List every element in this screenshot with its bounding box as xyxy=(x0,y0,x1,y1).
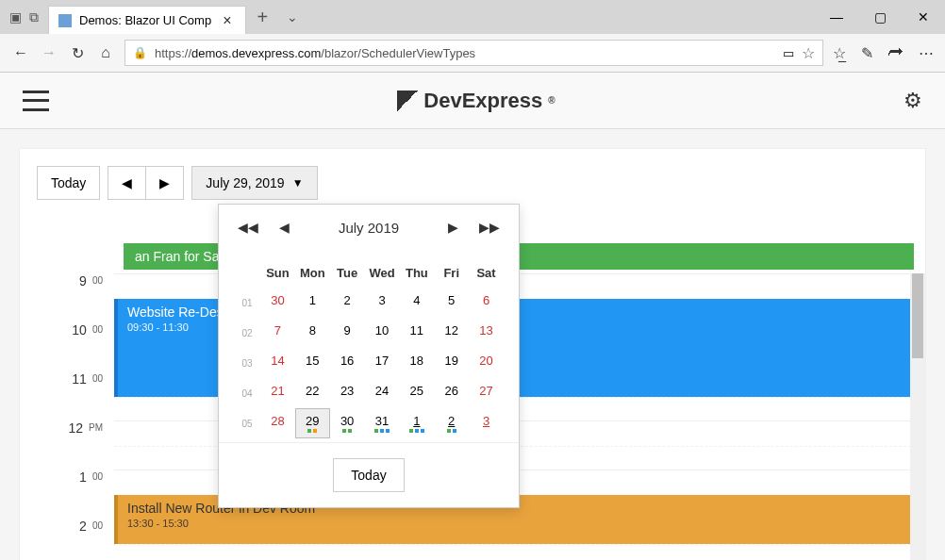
week-number: 05 xyxy=(234,419,260,429)
time-label: 1100 xyxy=(20,371,114,420)
chevron-down-icon: ▼ xyxy=(292,176,304,189)
calendar-day[interactable]: 18 xyxy=(399,348,434,378)
tabs-chevron-icon[interactable]: ⌄ xyxy=(279,9,306,25)
calendar-day[interactable]: 10 xyxy=(365,318,400,348)
hamburger-menu-button[interactable] xyxy=(23,91,49,111)
calendar-day[interactable]: 17 xyxy=(365,348,400,378)
calendar-day[interactable]: 2 xyxy=(434,408,469,438)
calendar-day[interactable]: 24 xyxy=(365,378,400,408)
close-tab-icon[interactable]: × xyxy=(219,12,235,29)
devexpress-logo-icon xyxy=(397,91,418,111)
app-header: DevExpress® ⚙ xyxy=(0,73,945,129)
weekday-header: Fri xyxy=(434,257,469,288)
calendar-day[interactable]: 8 xyxy=(295,318,330,348)
browser-tab[interactable]: Demos: Blazor UI Comp × xyxy=(48,6,246,34)
today-button[interactable]: Today xyxy=(37,166,100,200)
calendar-day[interactable]: 1 xyxy=(295,288,330,318)
calendar-grid: SunMonTueWedThuFriSat0130123456027891011… xyxy=(219,250,519,442)
calendar-day[interactable]: 28 xyxy=(260,408,295,438)
close-window-button[interactable]: ✕ xyxy=(902,0,945,34)
time-label: 200 xyxy=(20,519,114,560)
calendar-day[interactable]: 11 xyxy=(399,318,434,348)
next-button[interactable]: ▶ xyxy=(145,166,184,200)
calendar-day[interactable]: 9 xyxy=(330,318,365,348)
new-tab-button[interactable]: + xyxy=(246,7,280,28)
back-button[interactable]: ← xyxy=(11,44,30,61)
tab-stack-icon[interactable]: ▣ xyxy=(9,9,22,25)
scrollbar[interactable] xyxy=(910,273,925,560)
calendar-title[interactable]: July 2019 xyxy=(339,220,399,236)
calendar-day[interactable]: 6 xyxy=(469,288,504,318)
week-number: 01 xyxy=(234,298,260,308)
calendar-day[interactable]: 12 xyxy=(434,318,469,348)
calendar-day[interactable]: 27 xyxy=(469,378,504,408)
cal-prev-month-button[interactable]: ◀ xyxy=(275,216,293,239)
calendar-day[interactable]: 21 xyxy=(260,378,295,408)
calendar-day[interactable]: 26 xyxy=(434,378,469,408)
weekday-header: Tue xyxy=(330,257,365,288)
address-bar: ← → ↻ ⌂ 🔒 https://demos.devexpress.com/b… xyxy=(0,34,945,72)
calendar-day[interactable]: 29 xyxy=(295,408,330,438)
calendar-day[interactable]: 4 xyxy=(399,288,434,318)
calendar-day[interactable]: 23 xyxy=(330,378,365,408)
url-box[interactable]: 🔒 https://demos.devexpress.com/blazor/Sc… xyxy=(124,40,823,66)
content: Today ◀ ▶ July 29, 2019 ▼ ◀◀ ◀ July 2019… xyxy=(19,148,926,560)
cal-next-year-button[interactable]: ▶▶ xyxy=(475,216,504,239)
forward-button[interactable]: → xyxy=(40,44,58,61)
favorite-icon[interactable]: ☆ xyxy=(802,44,815,62)
calendar-day[interactable]: 19 xyxy=(434,348,469,378)
scrollbar-thumb[interactable] xyxy=(912,273,923,358)
reading-view-icon[interactable]: ▭ xyxy=(783,46,794,60)
time-label: 1000 xyxy=(20,322,114,371)
calendar-day[interactable]: 31 xyxy=(365,408,400,438)
calendar-header: ◀◀ ◀ July 2019 ▶ ▶▶ xyxy=(219,205,519,250)
calendar-day[interactable]: 16 xyxy=(330,348,365,378)
weekday-header: Wed xyxy=(365,257,400,288)
calendar-day[interactable]: 25 xyxy=(399,378,434,408)
calendar-day[interactable]: 20 xyxy=(469,348,504,378)
browser-chrome: ▣ ⧉ Demos: Blazor UI Comp × + ⌄ — ▢ ✕ ← … xyxy=(0,0,945,73)
calendar-day[interactable]: 13 xyxy=(469,318,504,348)
calendar-footer: Today xyxy=(219,442,519,507)
calendar-day[interactable]: 15 xyxy=(295,348,330,378)
calendar-day[interactable]: 7 xyxy=(260,318,295,348)
cal-next-month-button[interactable]: ▶ xyxy=(444,216,462,239)
tab-aside-icon[interactable]: ⧉ xyxy=(29,9,39,25)
share-icon[interactable]: ⮫ xyxy=(888,44,904,61)
gear-icon[interactable]: ⚙ xyxy=(904,89,922,113)
calendar-day[interactable]: 1 xyxy=(399,408,434,438)
calendar-popup: ◀◀ ◀ July 2019 ▶ ▶▶ SunMonTueWedThuFriSa… xyxy=(218,204,520,508)
maximize-button[interactable]: ▢ xyxy=(858,0,902,34)
time-label: 900 xyxy=(20,273,114,322)
home-button[interactable]: ⌂ xyxy=(96,44,115,61)
calendar-day[interactable]: 2 xyxy=(330,288,365,318)
tab-bar: ▣ ⧉ Demos: Blazor UI Comp × + ⌄ — ▢ ✕ xyxy=(0,0,945,34)
week-number: 02 xyxy=(234,328,260,338)
favicon-icon xyxy=(58,14,72,27)
notes-icon[interactable]: ✎ xyxy=(861,44,873,62)
date-picker-button[interactable]: July 29, 2019 ▼ xyxy=(191,166,317,200)
cal-prev-year-button[interactable]: ◀◀ xyxy=(234,216,262,239)
calendar-day[interactable]: 30 xyxy=(260,288,295,318)
prev-button[interactable]: ◀ xyxy=(108,166,145,200)
calendar-day[interactable]: 30 xyxy=(330,408,365,438)
more-icon[interactable]: ⋯ xyxy=(919,44,934,62)
tab-title: Demos: Blazor UI Comp xyxy=(79,13,211,27)
url-text: https://demos.devexpress.com/blazor/Sche… xyxy=(155,46,775,60)
refresh-button[interactable]: ↻ xyxy=(68,44,87,62)
calendar-day[interactable]: 3 xyxy=(365,288,400,318)
brand-logo: DevExpress® xyxy=(397,89,555,113)
calendar-day[interactable]: 22 xyxy=(295,378,330,408)
time-labels: 9001000110012PM100200 xyxy=(20,273,114,560)
calendar-day[interactable]: 14 xyxy=(260,348,295,378)
calendar-today-button[interactable]: Today xyxy=(333,458,404,492)
calendar-day[interactable]: 3 xyxy=(469,408,504,438)
minimize-button[interactable]: — xyxy=(815,0,858,34)
nav-button-group: ◀ ▶ xyxy=(108,166,184,200)
lock-icon: 🔒 xyxy=(133,46,147,59)
weekday-header: Sat xyxy=(469,257,504,288)
week-number: 04 xyxy=(234,388,260,399)
calendar-day[interactable]: 5 xyxy=(434,288,469,318)
weekday-header: Thu xyxy=(399,257,434,288)
favorites-bar-icon[interactable]: ☆̲ xyxy=(833,44,846,62)
